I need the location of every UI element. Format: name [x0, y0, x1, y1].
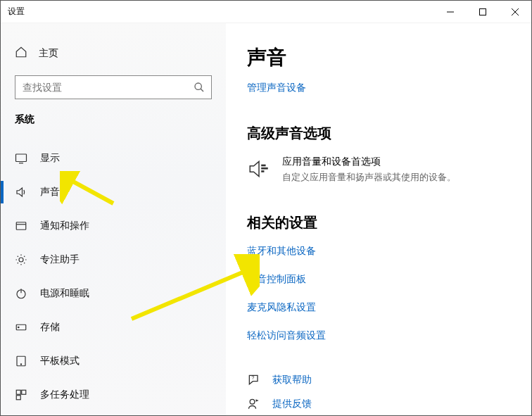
search-input[interactable] [15, 82, 187, 93]
search-box[interactable] [15, 75, 212, 99]
sidebar-item-multitask[interactable]: 多任务处理 [1, 378, 226, 412]
svg-rect-3 [16, 222, 26, 230]
storage-icon [15, 321, 27, 334]
sidebar: 主页 系统 显示 [1, 23, 226, 415]
display-icon [15, 152, 27, 165]
link-mic-privacy[interactable]: 麦克风隐私设置 [247, 301, 510, 314]
app-volume-title: 应用音量和设备首选项 [282, 156, 456, 168]
content-area: 主页 系统 显示 [1, 23, 531, 415]
svg-point-9 [20, 364, 21, 365]
focus-assist-icon [15, 253, 27, 266]
main-panel: 声音 管理声音设备 高级声音选项 应用音量和设备首选项 自定义应用音量和扬声器或… [226, 23, 531, 415]
svg-rect-11 [22, 390, 26, 394]
minimize-icon [447, 8, 454, 15]
link-sound-control-panel[interactable]: 声音控制面板 [247, 273, 510, 286]
multitask-icon [15, 389, 27, 401]
sidebar-item-label: 通知和操作 [40, 220, 212, 232]
home-label: 主页 [39, 47, 58, 60]
sidebar-item-storage[interactable]: 存储 [1, 310, 226, 344]
svg-rect-13 [261, 165, 265, 167]
home-icon [15, 46, 27, 61]
search-icon [187, 82, 211, 93]
svg-rect-10 [16, 390, 20, 394]
sidebar-item-label: 专注助手 [40, 253, 212, 266]
feedback-icon [247, 397, 261, 411]
link-get-help[interactable]: 获取帮助 [272, 374, 312, 386]
window-title: 设置 [8, 6, 25, 18]
svg-point-1 [195, 83, 201, 89]
app-volume-text: 应用音量和设备首选项 自定义应用音量和扬声器或其使用的设备。 [282, 156, 456, 184]
notifications-icon [15, 220, 27, 232]
maximize-button[interactable] [467, 1, 499, 23]
section-related-heading: 相关的设置 [247, 213, 510, 232]
sidebar-item-tablet[interactable]: 平板模式 [1, 344, 226, 378]
sidebar-item-power[interactable]: 电源和睡眠 [1, 277, 226, 310]
power-icon [15, 287, 27, 300]
related-links: 蓝牙和其他设备 声音控制面板 麦克风隐私设置 轻松访问音频设置 [247, 245, 510, 342]
svg-point-7 [18, 327, 20, 328]
help-icon: ? [247, 373, 261, 387]
svg-point-4 [19, 258, 23, 262]
svg-text:?: ? [251, 374, 254, 381]
link-feedback[interactable]: 提供反馈 [272, 398, 312, 410]
window-controls [434, 1, 531, 23]
sidebar-item-label: 平板模式 [40, 355, 212, 367]
section-advanced-heading: 高级声音选项 [247, 124, 510, 143]
sound-icon [15, 186, 27, 198]
sidebar-item-label: 电源和睡眠 [40, 287, 212, 300]
settings-window: 设置 主页 [0, 0, 532, 416]
maximize-icon [479, 8, 486, 15]
titlebar: 设置 [1, 1, 531, 23]
sidebar-item-notifications[interactable]: 通知和操作 [1, 209, 226, 243]
svg-rect-2 [16, 154, 27, 162]
link-ease-of-access-audio[interactable]: 轻松访问音频设置 [247, 329, 510, 342]
sidebar-item-focus-assist[interactable]: 专注助手 [1, 243, 226, 277]
app-volume-icon [247, 157, 271, 181]
close-button[interactable] [499, 1, 531, 23]
sidebar-item-label: 存储 [40, 321, 212, 334]
svg-rect-0 [480, 9, 486, 15]
svg-rect-14 [261, 168, 268, 170]
sidebar-item-display[interactable]: 显示 [1, 141, 226, 175]
sidebar-nav: 显示 声音 通知和操作 [1, 141, 226, 412]
home-button[interactable]: 主页 [1, 40, 226, 67]
sidebar-item-sound[interactable]: 声音 [1, 175, 226, 209]
close-icon [512, 8, 519, 15]
sidebar-item-label: 多任务处理 [40, 389, 212, 401]
app-volume-row[interactable]: 应用音量和设备首选项 自定义应用音量和扬声器或其使用的设备。 [247, 156, 510, 184]
sidebar-item-label: 声音 [40, 186, 212, 198]
link-manage-sound-devices[interactable]: 管理声音设备 [247, 82, 306, 94]
page-title: 声音 [247, 44, 510, 71]
minimize-button[interactable] [434, 1, 467, 23]
app-volume-desc: 自定义应用音量和扬声器或其使用的设备。 [282, 171, 456, 184]
tablet-icon [15, 355, 27, 367]
svg-rect-12 [16, 396, 20, 400]
search-container [1, 67, 226, 113]
sidebar-group-heading: 系统 [1, 113, 226, 126]
svg-point-17 [250, 399, 255, 404]
help-row[interactable]: ? 获取帮助 [247, 370, 510, 390]
sidebar-item-label: 显示 [40, 152, 212, 165]
feedback-row[interactable]: 提供反馈 [247, 394, 510, 414]
svg-rect-15 [261, 170, 264, 172]
link-bluetooth[interactable]: 蓝牙和其他设备 [247, 245, 510, 258]
